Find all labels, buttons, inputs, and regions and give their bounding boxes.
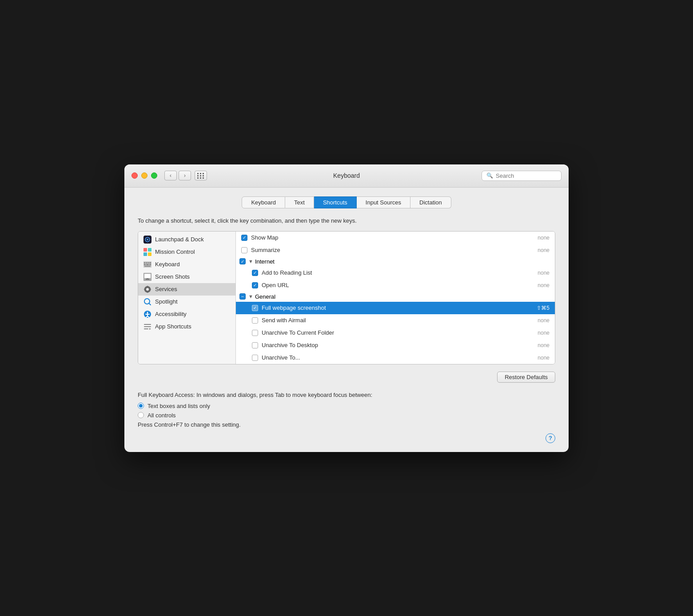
checkbox-open-url[interactable]: ✓ — [252, 282, 258, 288]
svg-rect-6 — [148, 252, 151, 256]
checkbox-show-map[interactable]: ✓ — [241, 235, 247, 241]
svg-rect-5 — [143, 252, 147, 256]
sidebar-item-launchpad[interactable]: Launchpad & Dock — [138, 233, 235, 246]
tab-bar: Keyboard Text Shortcuts Input Sources Di… — [138, 196, 555, 208]
shortcut-row-unarchive-current[interactable]: Unarchive To Current Folder none — [236, 327, 555, 339]
minimize-button[interactable] — [141, 172, 147, 179]
shortcut-row-summarize[interactable]: Summarize none — [236, 244, 555, 256]
sidebar-item-accessibility[interactable]: Accessibility — [138, 308, 235, 320]
disclosure-general: ▼ — [248, 294, 253, 299]
checkbox-summarize[interactable] — [241, 247, 247, 253]
shortcut-key-unarchive-to: none — [538, 355, 550, 361]
sidebar-label-mission-control: Mission Control — [155, 248, 195, 255]
shortcut-key-open-url: none — [538, 282, 550, 288]
sidebar-item-services[interactable]: Services — [138, 283, 235, 296]
radio-inner-text-boxes — [139, 404, 143, 408]
svg-rect-15 — [144, 266, 151, 267]
checkbox-send-airmail[interactable] — [252, 317, 258, 324]
shortcut-key-unarchive-current: none — [538, 330, 550, 336]
close-button[interactable] — [131, 172, 138, 179]
svg-rect-23 — [147, 292, 148, 293]
svg-rect-25 — [150, 289, 151, 290]
back-button[interactable]: ‹ — [164, 171, 177, 180]
search-input[interactable] — [496, 172, 557, 179]
checkbox-unarchive-desktop[interactable] — [252, 342, 258, 348]
shortcut-key-full-webpage: ⇧⌘5 — [537, 305, 550, 311]
shortcut-row-reading-list[interactable]: ✓ Add to Reading List none — [236, 267, 555, 279]
svg-rect-22 — [147, 286, 148, 287]
svg-rect-13 — [146, 264, 149, 265]
tab-shortcuts[interactable]: Shortcuts — [314, 196, 357, 208]
content-area: Keyboard Text Shortcuts Input Sources Di… — [124, 188, 569, 452]
help-button[interactable]: ? — [546, 433, 555, 443]
radio-text-boxes[interactable]: Text boxes and lists only — [138, 403, 555, 409]
checkbox-unarchive-to[interactable] — [252, 355, 258, 361]
help-container: ? — [138, 433, 555, 443]
forward-button[interactable]: › — [179, 171, 191, 180]
shortcuts-sidebar: Launchpad & Dock Mission Control — [138, 232, 236, 364]
tab-keyboard[interactable]: Keyboard — [242, 196, 285, 208]
shortcut-label-send-airmail: Send with Airmail — [262, 317, 538, 324]
svg-point-21 — [146, 288, 149, 291]
sidebar-label-keyboard: Keyboard — [155, 261, 180, 268]
shortcut-key-send-airmail: none — [538, 317, 550, 324]
section-general-header[interactable]: − ▼ General — [236, 292, 555, 302]
sidebar-item-screenshots[interactable]: Screen Shots — [138, 271, 235, 283]
grid-icon — [197, 173, 204, 179]
shortcut-row-full-webpage[interactable]: ✓ Full webpage screenshot ⇧⌘5 — [236, 302, 555, 314]
titlebar: ‹ › Keyboard 🔍 — [124, 164, 569, 188]
radio-outer-all-controls[interactable] — [138, 412, 144, 418]
shortcut-key-unarchive-desktop: none — [538, 342, 550, 348]
services-icon — [143, 285, 151, 293]
tab-dictation[interactable]: Dictation — [410, 196, 451, 208]
svg-rect-11 — [149, 262, 151, 264]
restore-defaults-button[interactable]: Restore Defaults — [497, 372, 555, 383]
shortcuts-panel: Launchpad & Dock Mission Control — [138, 231, 555, 364]
svg-rect-3 — [143, 248, 147, 252]
checkbox-full-webpage[interactable]: ✓ — [252, 305, 258, 311]
tab-input-sources[interactable]: Input Sources — [357, 196, 410, 208]
tab-text[interactable]: Text — [285, 196, 314, 208]
radio-label-all-controls: All controls — [147, 412, 176, 419]
shortcut-row-send-airmail[interactable]: Send with Airmail none — [236, 314, 555, 327]
sidebar-item-app-shortcuts[interactable]: App Shortcuts — [138, 320, 235, 333]
shortcut-key-show-map: none — [538, 235, 550, 241]
section-internet-header[interactable]: ✓ ▼ Internet — [236, 256, 555, 267]
main-window: ‹ › Keyboard 🔍 Keyboard Text Shortcuts I… — [124, 164, 569, 452]
shortcut-label-unarchive-to: Unarchive To... — [262, 354, 538, 361]
control-note: Press Control+F7 to change this setting. — [138, 421, 555, 428]
launchpad-icon — [143, 236, 151, 244]
svg-rect-9 — [146, 262, 147, 264]
shortcut-label-full-webpage: Full webpage screenshot — [262, 304, 537, 311]
sidebar-label-launchpad: Launchpad & Dock — [155, 236, 204, 243]
radio-all-controls[interactable]: All controls — [138, 412, 555, 419]
search-box[interactable]: 🔍 — [482, 171, 562, 181]
shortcut-row-show-map[interactable]: ✓ Show Map none — [236, 232, 555, 244]
sidebar-label-spotlight: Spotlight — [155, 298, 178, 305]
app-grid-button[interactable] — [195, 171, 207, 180]
radio-outer-text-boxes[interactable] — [138, 403, 144, 409]
nav-buttons: ‹ › — [164, 171, 191, 180]
checkbox-general[interactable]: − — [239, 293, 246, 300]
checkbox-internet[interactable]: ✓ — [239, 258, 246, 264]
mission-control-icon — [143, 248, 151, 256]
checkbox-reading-list[interactable]: ✓ — [252, 270, 258, 276]
checkbox-unarchive-current[interactable] — [252, 330, 258, 336]
maximize-button[interactable] — [151, 172, 157, 179]
traffic-lights — [131, 172, 157, 179]
shortcut-label-open-url: Open URL — [262, 282, 538, 288]
sidebar-item-spotlight[interactable]: Spotlight — [138, 296, 235, 308]
shortcuts-list: ✓ Show Map none Summarize none ✓ ▼ Inter… — [236, 232, 555, 364]
shortcut-label-unarchive-desktop: Unarchive To Desktop — [262, 342, 538, 348]
window-title: Keyboard — [333, 172, 360, 179]
shortcut-row-unarchive-to[interactable]: Unarchive To... none — [236, 352, 555, 364]
sidebar-item-mission-control[interactable]: Mission Control — [138, 246, 235, 258]
svg-rect-12 — [144, 264, 146, 265]
restore-defaults-container: Restore Defaults — [138, 372, 555, 383]
svg-marker-37 — [149, 328, 151, 330]
disclosure-internet: ▼ — [248, 259, 253, 264]
accessibility-icon — [143, 310, 151, 318]
shortcut-row-open-url[interactable]: ✓ Open URL none — [236, 279, 555, 292]
sidebar-item-keyboard[interactable]: Keyboard — [138, 258, 235, 271]
shortcut-row-unarchive-desktop[interactable]: Unarchive To Desktop none — [236, 339, 555, 352]
